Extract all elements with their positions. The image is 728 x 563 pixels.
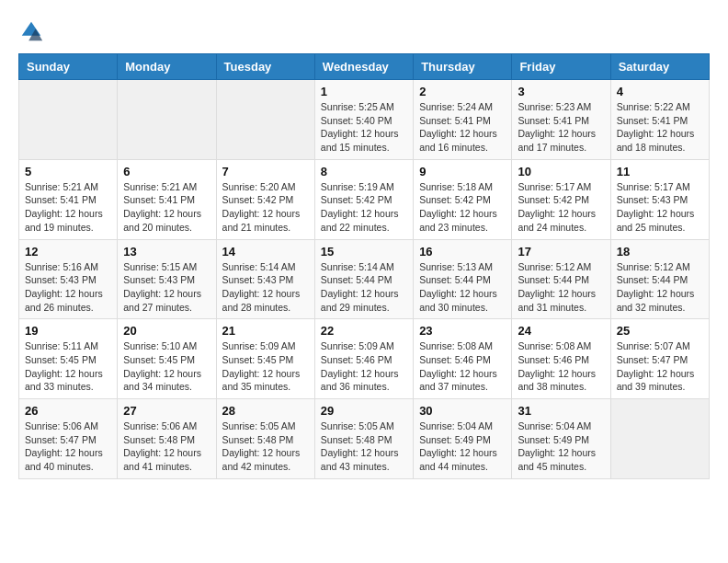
calendar-cell (19, 80, 118, 160)
calendar-week-row: 26Sunrise: 5:06 AM Sunset: 5:47 PM Dayli… (19, 399, 710, 479)
day-number: 17 (518, 245, 604, 259)
day-number: 22 (321, 324, 407, 338)
day-number: 3 (518, 85, 604, 98)
day-info: Sunrise: 5:18 AM Sunset: 5:42 PM Dayligh… (419, 180, 506, 235)
day-info: Sunrise: 5:07 AM Sunset: 5:47 PM Dayligh… (617, 339, 703, 394)
calendar-cell: 19Sunrise: 5:11 AM Sunset: 5:45 PM Dayli… (19, 319, 118, 399)
day-info: Sunrise: 5:15 AM Sunset: 5:43 PM Dayligh… (123, 260, 210, 315)
day-number: 25 (617, 324, 703, 338)
calendar-cell: 7Sunrise: 5:20 AM Sunset: 5:42 PM Daylig… (216, 159, 314, 239)
calendar-cell: 31Sunrise: 5:04 AM Sunset: 5:49 PM Dayli… (512, 399, 610, 479)
calendar-cell: 26Sunrise: 5:06 AM Sunset: 5:47 PM Dayli… (19, 399, 118, 479)
day-number: 9 (419, 165, 506, 178)
day-info: Sunrise: 5:14 AM Sunset: 5:43 PM Dayligh… (222, 260, 309, 315)
day-info: Sunrise: 5:08 AM Sunset: 5:46 PM Dayligh… (518, 339, 604, 394)
calendar-cell: 2Sunrise: 5:24 AM Sunset: 5:41 PM Daylig… (414, 80, 512, 160)
day-info: Sunrise: 5:04 AM Sunset: 5:49 PM Dayligh… (419, 419, 506, 474)
day-number: 10 (518, 165, 604, 178)
calendar-cell (216, 80, 314, 160)
calendar-cell: 8Sunrise: 5:19 AM Sunset: 5:42 PM Daylig… (314, 159, 413, 239)
calendar-cell: 4Sunrise: 5:22 AM Sunset: 5:41 PM Daylig… (610, 80, 709, 160)
calendar-cell: 18Sunrise: 5:12 AM Sunset: 5:44 PM Dayli… (610, 239, 709, 319)
day-info: Sunrise: 5:12 AM Sunset: 5:44 PM Dayligh… (617, 260, 703, 315)
day-info: Sunrise: 5:19 AM Sunset: 5:42 PM Dayligh… (321, 180, 407, 235)
day-info: Sunrise: 5:11 AM Sunset: 5:45 PM Dayligh… (25, 339, 111, 394)
day-number: 12 (25, 245, 111, 259)
day-info: Sunrise: 5:25 AM Sunset: 5:40 PM Dayligh… (321, 100, 407, 155)
day-number: 7 (222, 165, 309, 178)
calendar-cell: 11Sunrise: 5:17 AM Sunset: 5:43 PM Dayli… (610, 159, 709, 239)
calendar-table: SundayMondayTuesdayWednesdayThursdayFrid… (18, 53, 710, 479)
calendar-cell: 1Sunrise: 5:25 AM Sunset: 5:40 PM Daylig… (314, 80, 413, 160)
day-number: 15 (321, 245, 407, 259)
weekday-header: Thursday (414, 54, 512, 80)
calendar-cell: 14Sunrise: 5:14 AM Sunset: 5:43 PM Dayli… (216, 239, 314, 319)
day-info: Sunrise: 5:22 AM Sunset: 5:41 PM Dayligh… (617, 100, 703, 155)
weekday-header: Friday (512, 54, 610, 80)
day-info: Sunrise: 5:23 AM Sunset: 5:41 PM Dayligh… (518, 100, 604, 155)
calendar-cell: 3Sunrise: 5:23 AM Sunset: 5:41 PM Daylig… (512, 80, 610, 160)
day-info: Sunrise: 5:06 AM Sunset: 5:48 PM Dayligh… (123, 419, 210, 474)
day-number: 18 (617, 245, 703, 259)
day-number: 28 (222, 404, 309, 418)
day-number: 20 (123, 324, 210, 338)
weekday-header: Wednesday (314, 54, 413, 80)
day-info: Sunrise: 5:09 AM Sunset: 5:46 PM Dayligh… (321, 339, 407, 394)
calendar-cell: 27Sunrise: 5:06 AM Sunset: 5:48 PM Dayli… (118, 399, 216, 479)
calendar-cell: 17Sunrise: 5:12 AM Sunset: 5:44 PM Dayli… (512, 239, 610, 319)
day-info: Sunrise: 5:06 AM Sunset: 5:47 PM Dayligh… (25, 419, 111, 474)
day-number: 4 (617, 85, 703, 98)
calendar-cell: 23Sunrise: 5:08 AM Sunset: 5:46 PM Dayli… (414, 319, 512, 399)
weekday-header: Saturday (610, 54, 709, 80)
calendar-cell (610, 399, 709, 479)
calendar-cell: 24Sunrise: 5:08 AM Sunset: 5:46 PM Dayli… (512, 319, 610, 399)
calendar-week-row: 5Sunrise: 5:21 AM Sunset: 5:41 PM Daylig… (19, 159, 710, 239)
day-info: Sunrise: 5:10 AM Sunset: 5:45 PM Dayligh… (123, 339, 210, 394)
day-info: Sunrise: 5:17 AM Sunset: 5:42 PM Dayligh… (518, 180, 604, 235)
calendar-cell: 28Sunrise: 5:05 AM Sunset: 5:48 PM Dayli… (216, 399, 314, 479)
calendar-cell: 5Sunrise: 5:21 AM Sunset: 5:41 PM Daylig… (19, 159, 118, 239)
calendar-cell: 6Sunrise: 5:21 AM Sunset: 5:41 PM Daylig… (118, 159, 216, 239)
calendar-week-row: 1Sunrise: 5:25 AM Sunset: 5:40 PM Daylig… (19, 80, 710, 160)
page-header (18, 18, 710, 44)
day-info: Sunrise: 5:24 AM Sunset: 5:41 PM Dayligh… (419, 100, 506, 155)
day-number: 14 (222, 245, 309, 259)
day-info: Sunrise: 5:21 AM Sunset: 5:41 PM Dayligh… (123, 180, 210, 235)
logo (18, 18, 48, 44)
calendar-cell: 25Sunrise: 5:07 AM Sunset: 5:47 PM Dayli… (610, 319, 709, 399)
day-number: 23 (419, 324, 506, 338)
day-number: 26 (25, 404, 111, 418)
day-number: 11 (617, 165, 703, 178)
day-number: 21 (222, 324, 309, 338)
day-number: 27 (123, 404, 210, 418)
day-number: 2 (419, 85, 506, 98)
day-number: 16 (419, 245, 506, 259)
weekday-header: Sunday (19, 54, 118, 80)
day-info: Sunrise: 5:17 AM Sunset: 5:43 PM Dayligh… (617, 180, 703, 235)
day-number: 13 (123, 245, 210, 259)
day-number: 1 (321, 85, 407, 98)
day-info: Sunrise: 5:12 AM Sunset: 5:44 PM Dayligh… (518, 260, 604, 315)
day-number: 29 (321, 404, 407, 418)
day-number: 24 (518, 324, 604, 338)
calendar-cell: 12Sunrise: 5:16 AM Sunset: 5:43 PM Dayli… (19, 239, 118, 319)
day-info: Sunrise: 5:04 AM Sunset: 5:49 PM Dayligh… (518, 419, 604, 474)
day-info: Sunrise: 5:21 AM Sunset: 5:41 PM Dayligh… (25, 180, 111, 235)
calendar-cell: 13Sunrise: 5:15 AM Sunset: 5:43 PM Dayli… (118, 239, 216, 319)
day-info: Sunrise: 5:20 AM Sunset: 5:42 PM Dayligh… (222, 180, 309, 235)
calendar-cell: 16Sunrise: 5:13 AM Sunset: 5:44 PM Dayli… (414, 239, 512, 319)
day-number: 6 (123, 165, 210, 178)
weekday-header: Monday (118, 54, 216, 80)
calendar-cell: 30Sunrise: 5:04 AM Sunset: 5:49 PM Dayli… (414, 399, 512, 479)
calendar-cell (118, 80, 216, 160)
calendar-cell: 20Sunrise: 5:10 AM Sunset: 5:45 PM Dayli… (118, 319, 216, 399)
day-number: 19 (25, 324, 111, 338)
calendar-week-row: 19Sunrise: 5:11 AM Sunset: 5:45 PM Dayli… (19, 319, 710, 399)
logo-icon (18, 18, 44, 44)
weekday-header: Tuesday (216, 54, 314, 80)
calendar-cell: 29Sunrise: 5:05 AM Sunset: 5:48 PM Dayli… (314, 399, 413, 479)
day-number: 8 (321, 165, 407, 178)
day-info: Sunrise: 5:09 AM Sunset: 5:45 PM Dayligh… (222, 339, 309, 394)
calendar-header-row: SundayMondayTuesdayWednesdayThursdayFrid… (19, 54, 710, 80)
day-info: Sunrise: 5:05 AM Sunset: 5:48 PM Dayligh… (321, 419, 407, 474)
